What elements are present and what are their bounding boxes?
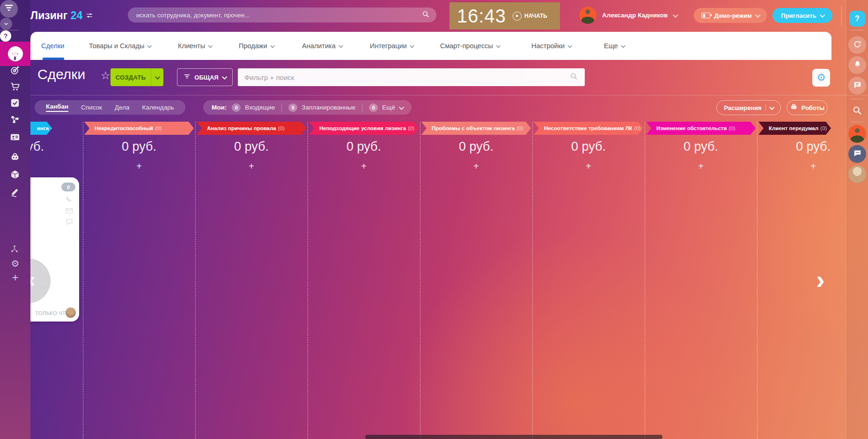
add-deal-button[interactable]: + bbox=[308, 161, 420, 172]
counter-more[interactable]: Ещё bbox=[382, 104, 395, 111]
demo-mode-button[interactable]: Демо-режим bbox=[694, 8, 767, 23]
main-navigation: Сделки Товары и Склады Клиенты Продажи А… bbox=[30, 32, 831, 60]
divider bbox=[765, 104, 766, 111]
create-deal-button[interactable]: СОЗДАТЬ bbox=[110, 68, 163, 86]
tab-calendar[interactable]: Календарь bbox=[142, 104, 174, 111]
add-deal-button[interactable]: + bbox=[532, 161, 645, 172]
favorite-star-icon[interactable]: ☆ bbox=[101, 69, 110, 82]
create-dropdown[interactable] bbox=[151, 68, 163, 86]
notifications-button[interactable] bbox=[848, 56, 866, 74]
tab-kanban[interactable]: Канбан bbox=[46, 103, 68, 112]
add-deal-button[interactable]: + bbox=[83, 161, 195, 172]
sidebar-item-tasks[interactable] bbox=[10, 98, 20, 108]
column-count: (0) bbox=[634, 125, 641, 131]
battery-icon bbox=[701, 13, 710, 18]
email-icon[interactable] bbox=[65, 206, 74, 215]
global-search-input[interactable]: искать сотрудника, документ, прочее... bbox=[128, 7, 436, 22]
messenger-button[interactable] bbox=[848, 77, 866, 95]
nav-item-deals[interactable]: Сделки bbox=[41, 32, 64, 60]
nav-item-sales[interactable]: Продажи bbox=[239, 32, 274, 60]
sidebar-item-market[interactable] bbox=[10, 51, 20, 61]
filter-preset-button[interactable]: ОБЩАЯ bbox=[177, 68, 233, 86]
sidebar-more-button[interactable] bbox=[0, 18, 12, 30]
filter-search-input[interactable]: Фильтр + поиск bbox=[238, 68, 585, 86]
column-title: Некредитоспособный bbox=[95, 125, 153, 131]
column-title: Несоответствие требованиям ЛК bbox=[544, 125, 633, 131]
add-deal-button[interactable]: + bbox=[195, 161, 308, 172]
kanban-column-header[interactable]: Некредитоспособный (0) bbox=[84, 122, 194, 135]
updates-button[interactable] bbox=[848, 36, 866, 54]
kanban-column-header[interactable]: Анализ причины провала (0) bbox=[197, 122, 306, 135]
sidebar-item-collaboration[interactable] bbox=[10, 114, 20, 124]
sidebar-item-warehouse[interactable] bbox=[10, 169, 20, 180]
chevron-down-icon bbox=[208, 43, 213, 48]
card-counter-badge: 0 bbox=[61, 183, 75, 191]
phone-icon[interactable] bbox=[65, 196, 74, 204]
kanban-column-header[interactable]: Несоответствие требованиям ЛК (0) bbox=[534, 122, 643, 135]
add-deal-button[interactable]: + bbox=[645, 161, 757, 172]
counter-incoming[interactable]: Входящие bbox=[245, 104, 275, 111]
recent-chat-avatar[interactable] bbox=[848, 125, 866, 143]
nav-item-settings[interactable]: Настройки bbox=[531, 32, 571, 60]
robots-button[interactable]: Роботы bbox=[787, 100, 828, 115]
sidebar-item-shop[interactable] bbox=[10, 81, 20, 92]
column-count: (0) bbox=[820, 125, 827, 131]
chevron-down-icon bbox=[769, 105, 774, 110]
chevron-down-icon bbox=[155, 74, 160, 80]
sidebar-help-button[interactable]: ? bbox=[0, 30, 11, 42]
brand-suffix: 24 bbox=[71, 9, 83, 22]
column-amount: 0 руб. bbox=[420, 139, 532, 154]
kanban-column-header[interactable]: Изменение обстоятельств (0) bbox=[646, 122, 756, 135]
sliders-icon[interactable] bbox=[86, 9, 93, 22]
nav-item-analytics[interactable]: Аналитика bbox=[302, 32, 342, 60]
search-icon[interactable] bbox=[570, 72, 578, 82]
kanban-column-header[interactable]: Проблемы с объектом лизинга (0) bbox=[421, 122, 531, 135]
add-deal-button[interactable]: + bbox=[420, 161, 532, 172]
invite-button[interactable]: Пригласить bbox=[772, 8, 832, 23]
user-menu[interactable]: Александр Кадников bbox=[579, 7, 677, 24]
column-amount: 0 руб. bbox=[308, 139, 420, 154]
divider bbox=[30, 95, 868, 95]
help-button[interactable]: ? bbox=[849, 11, 865, 27]
sidebar-item-employees[interactable] bbox=[10, 132, 20, 142]
kanban-column-header[interactable]: Клиент передумал (0) bbox=[758, 122, 831, 135]
sidebar-add-plus-icon[interactable]: + bbox=[0, 272, 30, 283]
sidebar-settings-gear-icon[interactable]: ⚙ bbox=[0, 258, 30, 269]
tab-activities[interactable]: Дела bbox=[115, 104, 130, 111]
play-icon bbox=[513, 12, 522, 21]
sidebar-item-hub[interactable] bbox=[10, 244, 20, 255]
sidebar-item-crm[interactable] bbox=[0, 0, 18, 18]
rail-search-button[interactable] bbox=[848, 102, 866, 120]
active-tab-indicator bbox=[43, 58, 64, 60]
search-icon[interactable] bbox=[422, 10, 430, 20]
sidebar-item-marketing[interactable] bbox=[10, 65, 20, 75]
column-title: Проблемы с объектом лизинга bbox=[432, 125, 515, 131]
nav-item-products[interactable]: Товары и Склады bbox=[89, 32, 151, 60]
chat-icon[interactable] bbox=[65, 218, 74, 226]
time-tracker-panel[interactable]: 16:43 НАЧАТЬ bbox=[449, 2, 560, 29]
nav-item-smart-processes[interactable]: Смарт-процессы bbox=[440, 32, 500, 60]
sidebar-item-automation[interactable] bbox=[10, 152, 20, 162]
chevron-left-icon: ‹ bbox=[30, 267, 35, 292]
extensions-button[interactable]: Расширения bbox=[716, 100, 781, 115]
kanban-column-header[interactable]: инга (1) bbox=[30, 122, 52, 135]
group-chat-button[interactable] bbox=[848, 145, 866, 163]
column-count: (0) bbox=[278, 125, 285, 131]
counter-planned[interactable]: Запланированные bbox=[302, 104, 355, 111]
nav-item-clients[interactable]: Клиенты bbox=[178, 32, 212, 60]
start-workday-button[interactable]: НАЧАТЬ bbox=[513, 12, 547, 21]
board-settings-button[interactable]: ⚙ bbox=[812, 69, 830, 87]
nav-item-integrations[interactable]: Интеграции bbox=[370, 32, 413, 60]
brand-logo[interactable]: Лизинг 24 bbox=[30, 9, 93, 22]
sidebar-item-sign[interactable] bbox=[10, 187, 20, 197]
tab-list[interactable]: Список bbox=[81, 104, 102, 111]
nav-item-more[interactable]: Еще bbox=[604, 32, 625, 60]
column-count: (0) bbox=[728, 125, 735, 131]
horizontal-scrollbar[interactable] bbox=[365, 435, 662, 439]
kanban-column-header[interactable]: Неподходящие условия лизинга (0) bbox=[309, 122, 419, 135]
chevron-down-icon bbox=[147, 43, 152, 48]
kanban-column: Изменение обстоятельств (0) 0 руб. + bbox=[645, 118, 757, 439]
board-scroll-right-button[interactable]: › bbox=[816, 267, 825, 293]
recent-chat-avatar[interactable] bbox=[848, 165, 866, 183]
user-avatar bbox=[579, 7, 596, 24]
